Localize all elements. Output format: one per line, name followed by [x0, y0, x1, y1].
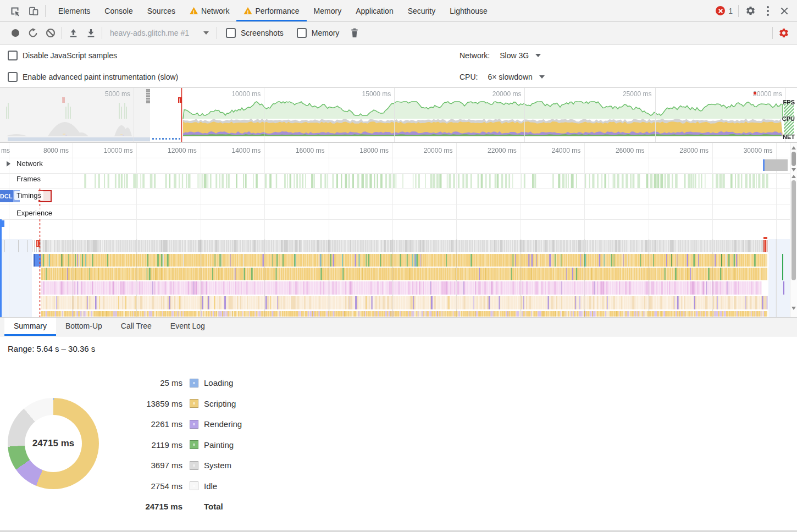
- details-tab-strip: SummaryBottom-UpCall TreeEvent Log: [0, 317, 797, 336]
- track-label-network[interactable]: Network: [14, 159, 45, 168]
- scroll-up-icon[interactable]: [792, 175, 796, 178]
- tab-network[interactable]: Network: [182, 0, 236, 21]
- memory-checkbox[interactable]: Memory: [297, 28, 340, 38]
- tab-console[interactable]: Console: [97, 0, 140, 21]
- legend-value: 2754 ms: [130, 481, 182, 491]
- chevron-down-icon: [203, 31, 209, 35]
- advanced-paint-label: Enable advanced paint instrumentation (s…: [23, 73, 178, 81]
- legend-label: Idle: [204, 481, 217, 491]
- screenshots-checkbox[interactable]: Screenshots: [226, 28, 284, 38]
- scrollbar-thumb[interactable]: [792, 180, 796, 280]
- tab-memory[interactable]: Memory: [307, 0, 349, 21]
- capture-settings-gear-icon[interactable]: [775, 25, 793, 41]
- tab-label: Sources: [147, 7, 175, 15]
- record-button[interactable]: [7, 25, 24, 41]
- tab-security[interactable]: Security: [401, 0, 443, 21]
- details-tab-label: Bottom-Up: [65, 322, 102, 330]
- devtools-tab-bar: ElementsConsoleSourcesNetworkPerformance…: [0, 0, 797, 22]
- track-label-experience[interactable]: Experience: [14, 208, 54, 218]
- divider: [102, 27, 102, 39]
- divider: [62, 27, 62, 39]
- divider: [45, 5, 46, 17]
- network-throttle-select[interactable]: Slow 3G: [500, 51, 541, 60]
- checkbox-box: [8, 51, 18, 60]
- close-devtools-icon[interactable]: [776, 3, 793, 19]
- cpu-lane-label: CPU: [782, 115, 795, 122]
- divider: [772, 27, 773, 39]
- legend-row: 2119 msPainting: [130, 435, 242, 456]
- settings-gear-icon[interactable]: [741, 3, 760, 19]
- tab-bar-right: 1: [716, 3, 797, 19]
- device-toolbar-icon[interactable]: [24, 3, 43, 19]
- tab-label: Memory: [314, 7, 342, 15]
- tab-elements[interactable]: Elements: [51, 0, 97, 21]
- cpu-throttle-label: CPU:: [460, 73, 478, 81]
- tab-lighthouse[interactable]: Lighthouse: [442, 0, 495, 21]
- network-throttle-value: Slow 3G: [500, 51, 529, 60]
- overview-canvas[interactable]: [0, 88, 797, 142]
- disable-js-samples-label: Disable JavaScript samples: [23, 51, 117, 60]
- checkbox-box: [8, 72, 18, 82]
- legend-swatch-icon: [190, 399, 198, 408]
- load-profile-icon[interactable]: [64, 25, 82, 41]
- disable-js-samples-checkbox[interactable]: Disable JavaScript samples: [8, 51, 117, 60]
- timeline-overview: FPS CPU NET: [0, 88, 797, 143]
- details-tab-call-tree[interactable]: Call Tree: [112, 318, 161, 336]
- more-options-icon[interactable]: [760, 3, 776, 19]
- track-label-frames[interactable]: Frames: [14, 174, 43, 184]
- details-tab-summary[interactable]: Summary: [4, 318, 56, 336]
- legend-value: 2261 ms: [130, 419, 182, 429]
- summary-donut-chart: 24715 ms: [8, 398, 99, 489]
- timeline-tracks: Network Frames Timings Experience Main —…: [0, 143, 797, 317]
- legend-value: 2119 ms: [130, 440, 182, 450]
- panel-tabs: ElementsConsoleSourcesNetworkPerformance…: [51, 0, 495, 21]
- legend-label: Painting: [204, 440, 234, 450]
- scroll-up-icon[interactable]: [792, 146, 796, 149]
- warning-icon: [243, 7, 252, 14]
- error-count[interactable]: 1: [728, 7, 733, 15]
- error-count-icon[interactable]: [716, 6, 725, 15]
- tab-label: Lighthouse: [450, 7, 488, 15]
- legend-row: 2754 msIdle: [130, 476, 242, 497]
- flame-chart-canvas[interactable]: [0, 143, 790, 317]
- legend-label: System: [204, 461, 231, 470]
- tab-application[interactable]: Application: [348, 0, 401, 21]
- vertical-scrollbar: [790, 143, 797, 317]
- summary-legend: 25 msLoading13859 msScripting2261 msRend…: [130, 373, 242, 517]
- tab-performance[interactable]: Performance: [236, 0, 306, 21]
- garbage-collect-icon[interactable]: [346, 25, 363, 41]
- history-select[interactable]: heavy-ads.glitch.me #1: [110, 29, 209, 37]
- legend-swatch-icon: [190, 420, 198, 429]
- legend-label: Scripting: [204, 399, 236, 408]
- legend-value: 25 ms: [130, 378, 182, 387]
- checkbox-box: [226, 28, 236, 38]
- record-icon: [12, 29, 19, 37]
- scroll-down-icon[interactable]: [792, 307, 796, 310]
- details-tab-bottom-up[interactable]: Bottom-Up: [56, 318, 112, 336]
- legend-value: 24715 ms: [130, 502, 182, 511]
- details-tab-label: Event Log: [170, 322, 205, 330]
- inspect-element-icon[interactable]: [5, 3, 24, 19]
- network-throttle-label: Network:: [460, 51, 490, 60]
- tab-label: Performance: [255, 7, 299, 15]
- clear-recording-icon[interactable]: [42, 25, 59, 41]
- devtools-window: ElementsConsoleSourcesNetworkPerformance…: [0, 0, 797, 532]
- track-label-timings[interactable]: Timings: [14, 191, 43, 200]
- legend-swatch-icon: [190, 440, 198, 449]
- legend-swatch-icon: [190, 379, 198, 387]
- net-lane-label: NET: [783, 134, 795, 140]
- tab-sources[interactable]: Sources: [140, 0, 182, 21]
- legend-label: Loading: [204, 378, 233, 387]
- legend-label: Rendering: [204, 419, 242, 429]
- details-tab-event-log[interactable]: Event Log: [161, 318, 214, 336]
- memory-label: Memory: [312, 29, 340, 37]
- advanced-paint-checkbox[interactable]: Enable advanced paint instrumentation (s…: [8, 72, 178, 82]
- screenshots-label: Screenshots: [241, 29, 284, 37]
- reload-and-record-button[interactable]: [24, 25, 42, 41]
- scrollbar-thumb[interactable]: [792, 152, 796, 166]
- scroll-down-icon[interactable]: [792, 168, 796, 171]
- save-profile-icon[interactable]: [82, 25, 99, 41]
- cpu-throttle-select[interactable]: 6× slowdown: [488, 73, 544, 81]
- error-x-glyph: [716, 6, 725, 15]
- network-disclosure-icon[interactable]: [7, 161, 10, 167]
